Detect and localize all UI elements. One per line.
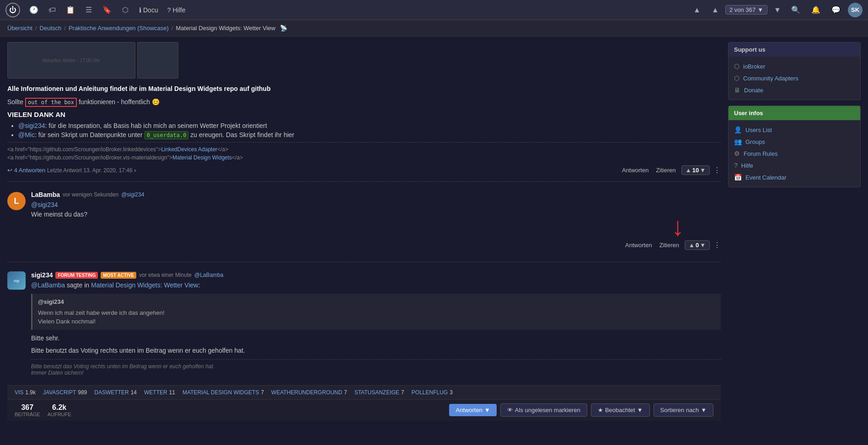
sortieren-button[interactable]: Sortieren nach ▼ [654, 403, 713, 417]
support-body: ⬡ ioBroker ⬡ Community Adapters 🖥 Donate [729, 57, 860, 100]
stat-posts: 367 BEITRÄGE [15, 403, 40, 417]
more-options-1[interactable]: ⋮ [713, 166, 721, 175]
avatar-labamba[interactable]: L [7, 192, 26, 210]
als-ungelesen-button[interactable]: 👁 Als ungelesen markieren [500, 403, 587, 417]
reply-body-1: Bitte sehr. [31, 334, 721, 343]
userinfos-box: User infos 👤 Users List 👥 Groups ⚙ Forum… [728, 106, 861, 187]
nav-icon-github[interactable]: ⬡ [117, 2, 134, 18]
weather-image-narrow[interactable] [137, 42, 178, 79]
tag-javascript[interactable]: JAVASCRIPT 989 [43, 389, 87, 396]
nav-arrow-up2-icon[interactable]: ▲ [707, 2, 723, 18]
nav-icon-clock[interactable]: 🕐 [26, 2, 42, 18]
comment-sigi234: sigi sigi234 FORUM TESTING MOST ACTIVE v… [7, 268, 721, 380]
nav-right-icons: 🔍 🔔 💬 SK [788, 2, 863, 18]
posts-count: 367 [15, 403, 40, 412]
vote-button-1[interactable]: ▲ 10 ▼ [681, 165, 710, 175]
linked-devices-link[interactable]: LinkedDevices Adapter [161, 146, 217, 153]
users-list-link[interactable]: 👤 Users List [734, 124, 855, 136]
search-icon[interactable]: 🔍 [788, 2, 804, 18]
nav-icon-bookmark[interactable]: 🔖 [99, 2, 115, 18]
views-count: 6.2k [48, 403, 71, 412]
beobachtet-button[interactable]: ★ Beobachtet ▼ [591, 403, 650, 417]
breadcrumb-overview[interactable]: Übersicht [7, 25, 32, 32]
badge-forum-testing: FORUM TESTING [55, 272, 98, 279]
tag-pollenflug[interactable]: POLLENFLUG 3 [412, 389, 453, 396]
event-calendar-link[interactable]: 📅 Event Calendar [734, 171, 855, 183]
mention-labamba[interactable]: @sigi234 [121, 191, 144, 198]
rss-icon[interactable]: 📡 [280, 25, 287, 32]
groups-icon: 👥 [734, 138, 742, 145]
tag-js-count: 989 [78, 389, 87, 396]
antworten-main-button[interactable]: Antworten ▼ [449, 404, 496, 416]
username-labamba[interactable]: LaBamba [31, 191, 60, 198]
replies-count[interactable]: ↩ 4 Antworten Letzte Antwort 13. Apr. 20… [7, 167, 136, 174]
vote-button-2[interactable]: ▲ 0 ▼ [685, 240, 710, 250]
tag-wunderground[interactable]: WEATHERUNDERGROUND 7 [271, 389, 347, 396]
tag-daswetter[interactable]: DASWETTER 14 [94, 389, 137, 396]
breadcrumb-deutsch[interactable]: Deutsch [40, 25, 62, 32]
tags-bar: VIS 1.9k JAVASCRIPT 989 DASWETTER 14 WET… [7, 385, 721, 399]
userinfos-header: User infos [729, 106, 860, 120]
nav-arrow-down-icon[interactable]: ▼ [769, 2, 786, 18]
quote-author: @sigi234 [38, 297, 715, 307]
avatar-sigi234-placeholder: sigi [7, 271, 26, 290]
groups-link[interactable]: 👥 Groups [734, 136, 855, 148]
tag-statusanzeige[interactable]: STATUSANZEIGE 7 [354, 389, 404, 396]
posts-label: BEITRÄGE [15, 412, 40, 417]
zitieren-btn-2[interactable]: Zitieren [658, 241, 681, 249]
hilfe-link[interactable]: ? Hilfe [734, 159, 855, 171]
donate-link[interactable]: 🖥 Donate [734, 84, 855, 96]
weather-image-wide[interactable]: Aktuelles Wetter - 17:00 Uhr [7, 42, 135, 79]
breadcrumb-sep1: / [35, 25, 37, 32]
mention-sigi234[interactable]: @LaBamba [194, 272, 224, 278]
bell-icon[interactable]: 🔔 [808, 2, 824, 18]
post-sub-text: Sollte out of the box funktionieren - ho… [7, 97, 721, 107]
nav-icon-list[interactable]: ☰ [80, 2, 97, 18]
community-icon: ⬡ [734, 74, 739, 82]
comment-labamba-header: LaBamba vor wenigen Sekunden @sigi234 [31, 191, 721, 198]
nav-icon-envelope[interactable]: 📋 [62, 2, 79, 18]
community-adapters-link[interactable]: ⬡ Community Adapters [734, 72, 855, 84]
breadcrumb-showcase[interactable]: Praktische Anwendungen (Showcase) [69, 25, 169, 32]
antworten-btn-2[interactable]: Antworten [623, 241, 654, 249]
divider-3 [7, 262, 721, 262]
tag-dw-name: DASWETTER [94, 389, 129, 396]
material-design-link[interactable]: Material Design Widgets [172, 154, 232, 161]
post-images: Aktuelles Wetter - 17:00 Uhr [7, 42, 721, 79]
chat-icon[interactable]: 💬 [828, 2, 844, 18]
views-label: AUFRUFE [48, 412, 71, 417]
star-icon: ★ [598, 407, 603, 413]
tag-wetter[interactable]: WETTER 11 [144, 389, 175, 396]
zitieren-btn-1[interactable]: Zitieren [654, 166, 677, 175]
user-avatar[interactable]: SK [848, 3, 863, 17]
avatar-sigi234[interactable]: sigi [7, 271, 26, 290]
thanks-list: @sigi234: für die Insperation, als Basis… [7, 122, 721, 138]
topic-link[interactable]: Material Design Widgets: Wetter View [91, 281, 198, 289]
comment-sigi234-header: sigi234 FORUM TESTING MOST ACTIVE vor et… [31, 271, 721, 279]
comment-labamba: L LaBamba vor wenigen Sekunden @sigi234 … [7, 187, 721, 256]
comment-labamba-body: @sigi234 Wie meinst du das? [31, 200, 721, 219]
rules-icon: ⚙ [734, 150, 740, 157]
post-counter[interactable]: 2 von 367 ▼ [725, 5, 767, 15]
tag-sa-count: 7 [401, 389, 404, 396]
nav-arrow-up-icon[interactable]: ▲ [689, 2, 705, 18]
badge-most-active: MOST ACTIVE [101, 272, 136, 279]
tag-pf-count: 3 [450, 389, 453, 396]
nav-hilfe-link[interactable]: ? Hilfe [164, 5, 189, 16]
iobroker-link[interactable]: ⬡ ioBroker [734, 60, 855, 72]
logo-button[interactable]: ⏻ [5, 3, 20, 17]
tag-vis[interactable]: VIS 1.9k [15, 389, 36, 396]
forum-rules-link[interactable]: ⚙ Forum Rules [734, 148, 855, 159]
link-1: <a href="https://github.com/Scrounger/io… [7, 146, 721, 153]
sidebar: Support us ⬡ ioBroker ⬡ Community Adapte… [728, 42, 861, 421]
question-icon: ? [167, 6, 171, 14]
more-options-2[interactable]: ⋮ [713, 241, 721, 249]
breadcrumb: Übersicht / Deutsch / Praktische Anwendu… [0, 20, 868, 37]
sortieren-dropdown: ▼ [701, 407, 707, 413]
nav-icon-tag[interactable]: 🏷 [44, 2, 60, 18]
nav-docu-link[interactable]: ℹ Docu [135, 5, 162, 16]
section-title: VIELEN DANK AN [7, 111, 721, 118]
antworten-btn-1[interactable]: Antworten [620, 166, 651, 175]
username-sigi234[interactable]: sigi234 [31, 271, 53, 279]
tag-mdw[interactable]: MATERIAL DESIGN WIDGETS 7 [182, 389, 264, 396]
